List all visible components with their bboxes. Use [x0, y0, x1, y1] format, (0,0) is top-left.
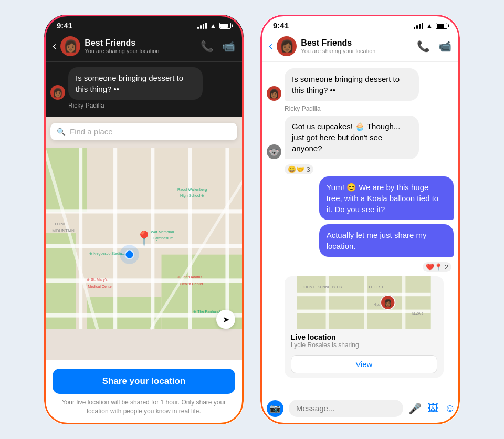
photo-icon[interactable]: 🖼: [428, 402, 438, 414]
location-subtitle: Lydie Rosales is sharing: [291, 341, 437, 349]
svg-rect-36: [402, 276, 405, 329]
svg-rect-7: [44, 278, 244, 283]
msg1-bubble: Is someone bringing dessert to this thin…: [285, 68, 419, 101]
msg4-bubble: Actually let me just share my location.: [319, 224, 454, 257]
location-title: Live location: [291, 333, 437, 341]
msg2-avatar: 🐨: [267, 144, 281, 159]
svg-text:Health Center: Health Center: [180, 282, 203, 286]
right-messages-scroll[interactable]: 👩🏾 Is someone bringing dessert to this t…: [260, 62, 460, 394]
left-group-name: Best Friends: [85, 38, 196, 48]
wifi-icon-left: ▲: [210, 22, 216, 29]
svg-rect-9: [79, 148, 82, 329]
location-view-button[interactable]: View: [291, 355, 437, 373]
msg2-reaction-badge: 😄🤝 3: [285, 164, 313, 174]
svg-text:KEZAR: KEZAR: [412, 311, 423, 315]
left-preview-sender: Ricky Padilla: [68, 102, 237, 109]
battery-right: [436, 23, 447, 29]
table-row: Yum! 😊 We are by this huge tree, with a …: [267, 176, 454, 220]
message-input[interactable]: [289, 400, 403, 417]
left-preview-msg: 👩🏾 Is someone bringing dessert to this t…: [50, 67, 237, 100]
table-row: 🐨 Got us cupcakes! 🧁 Though... just got …: [267, 116, 454, 159]
signal-bars-right: [414, 23, 423, 29]
left-header-subtitle: You are sharing your location: [85, 48, 196, 54]
svg-text:⊕ John Adams: ⊕ John Adams: [177, 275, 203, 279]
svg-text:LONE: LONE: [55, 222, 67, 226]
svg-point-29: [120, 245, 139, 264]
right-back-button[interactable]: ‹: [269, 39, 272, 53]
table-row: 👩🏾 Is someone bringing dessert to this t…: [267, 68, 454, 101]
msg2-bubble: Got us cupcakes! 🧁 Though... just got he…: [285, 116, 419, 159]
share-location-button[interactable]: Share your location: [52, 369, 235, 394]
left-map-container[interactable]: LONE MOUNTAIN ⊕ Negoesco Stadiu... War M…: [44, 117, 244, 360]
right-video-icon[interactable]: 📹: [438, 40, 452, 53]
left-call-icon[interactable]: 📞: [201, 40, 214, 53]
svg-text:Medical Center: Medical Center: [88, 285, 113, 289]
svg-text:High School ⊕: High School ⊕: [180, 194, 204, 198]
left-header-actions: 📞 📹: [201, 40, 235, 53]
left-search-icon: 🔍: [57, 128, 66, 136]
right-input-bar: 📷 🎤 🖼 ☺: [260, 394, 460, 424]
right-call-icon[interactable]: 📞: [417, 40, 430, 53]
svg-text:⊕ St. Mary's: ⊕ St. Mary's: [87, 278, 108, 282]
battery-left: [219, 23, 231, 29]
left-video-icon[interactable]: 📹: [222, 40, 235, 53]
right-status-time: 9:41: [273, 21, 289, 30]
left-phone: 9:41 ▲ ‹ 👩🏾 Best Friends You are s: [44, 15, 244, 424]
svg-text:👩🏾: 👩🏾: [384, 299, 392, 307]
signal-bars-left: [197, 23, 207, 29]
left-search-bar[interactable]: 🔍 Find a place: [50, 123, 237, 140]
svg-text:MOUNTAIN: MOUNTAIN: [52, 228, 75, 233]
svg-text:⊕ Negoesco Stadiu...: ⊕ Negoesco Stadiu...: [89, 252, 125, 256]
msg2-reactions: 😄🤝 3: [285, 164, 454, 174]
wifi-icon-right: ▲: [426, 22, 433, 29]
left-chat-header: ‹ 👩🏾 Best Friends You are sharing your l…: [44, 32, 244, 62]
msg4-reaction-badge: ❤️📍 2: [423, 262, 452, 272]
svg-rect-4: [87, 297, 161, 329]
msg1-avatar: 👩🏾: [267, 86, 281, 101]
right-status-bar: 9:41 ▲: [260, 15, 460, 32]
left-status-icons: ▲: [197, 22, 231, 29]
left-share-area: Share your location Your live location w…: [44, 360, 244, 424]
mic-icon[interactable]: 🎤: [408, 402, 422, 415]
svg-rect-13: [225, 148, 229, 329]
left-map-bg: LONE MOUNTAIN ⊕ Negoesco Stadiu... War M…: [44, 117, 244, 360]
location-map-thumb: JOHN F. KENNEDY DR FELL ST Hippie Hill K…: [285, 276, 444, 329]
svg-rect-5: [44, 209, 244, 213]
left-preview-avatar: 👩🏾: [50, 85, 65, 100]
left-chat-preview: 👩🏾 Is someone bringing dessert to this t…: [44, 62, 244, 117]
msg3-bubble: Yum! 😊 We are by this huge tree, with a …: [319, 176, 454, 220]
camera-button[interactable]: 📷: [267, 400, 284, 417]
input-action-icons: 🎤 🖼 ☺: [408, 402, 455, 415]
svg-text:Raoul Wallenberg: Raoul Wallenberg: [177, 187, 207, 192]
right-chat-header: ‹ 👩🏾 Best Friends You are sharing your l…: [260, 32, 460, 62]
right-status-icons: ▲: [414, 22, 447, 29]
msg4-reactions: ❤️📍 2: [267, 262, 452, 272]
left-share-disclaimer: Your live location will be shared for 1 …: [52, 398, 235, 416]
location-card: JOHN F. KENNEDY DR FELL ST Hippie Hill K…: [285, 276, 444, 378]
left-group-avatar: 👩🏾: [60, 36, 80, 56]
right-header-subtitle: You are sharing your location: [301, 48, 413, 54]
left-status-bar: 9:41 ▲: [44, 15, 244, 32]
location-info: Live location Lydie Rosales is sharing: [285, 329, 444, 351]
table-row: Actually let me just share my location.: [267, 224, 454, 257]
svg-text:Gymnasium: Gymnasium: [153, 236, 173, 241]
right-phone: 9:41 ▲ ‹ 👩🏾 Best Friends You are s: [260, 15, 460, 424]
left-preview-bubble: Is someone bringing dessert to this thin…: [68, 67, 203, 100]
right-group-name: Best Friends: [301, 38, 413, 48]
right-group-avatar: 👩🏾: [277, 36, 297, 56]
left-search-text: Find a place: [70, 127, 113, 136]
svg-text:JOHN F. KENNEDY DR: JOHN F. KENNEDY DR: [302, 285, 342, 289]
left-status-time: 9:41: [57, 21, 72, 30]
svg-rect-10: [113, 148, 117, 329]
svg-rect-35: [364, 276, 367, 329]
svg-text:FELL ST: FELL ST: [369, 285, 384, 289]
msg1-sender: Ricky Padilla: [285, 105, 454, 112]
left-back-button[interactable]: ‹: [52, 39, 56, 53]
svg-rect-12: [188, 148, 192, 329]
left-header-info: Best Friends You are sharing your locati…: [85, 38, 196, 54]
right-chat-area: 👩🏾 Is someone bringing dessert to this t…: [260, 62, 460, 424]
svg-text:War Memorial: War Memorial: [151, 230, 174, 234]
sticker-icon[interactable]: ☺: [445, 402, 455, 414]
right-header-actions: 📞 📹: [417, 40, 452, 53]
location-thumb-svg: JOHN F. KENNEDY DR FELL ST Hippie Hill K…: [285, 276, 444, 329]
